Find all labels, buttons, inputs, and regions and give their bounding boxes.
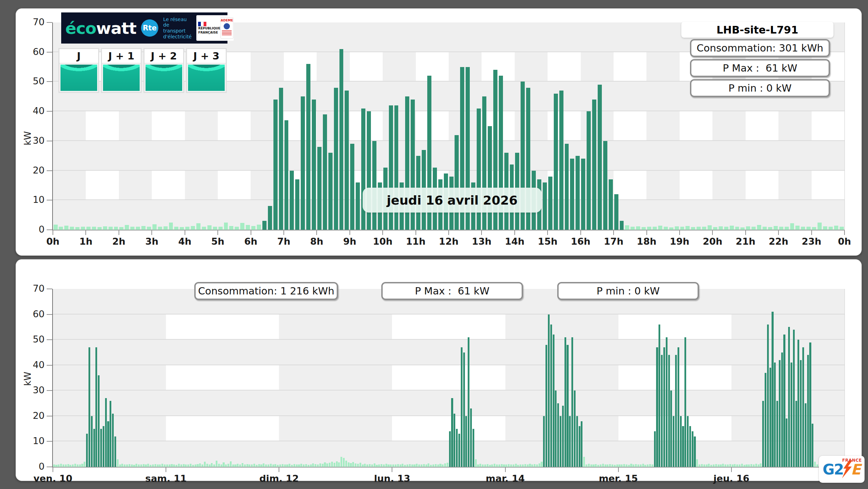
chart-bar xyxy=(800,360,802,467)
chart-bar xyxy=(374,463,375,467)
chart-bar xyxy=(534,464,535,467)
chart-bar xyxy=(757,225,761,230)
x-axis-tick xyxy=(731,468,732,472)
chart-bar xyxy=(631,227,635,230)
chart-bar xyxy=(356,182,360,230)
chart-bar xyxy=(571,337,573,467)
x-axis-label: ven. 10 xyxy=(25,473,81,484)
chart-bar xyxy=(334,88,338,230)
weekly-chart-plot[interactable]: 010203040506070ven. 10sam. 11dim. 12lun.… xyxy=(52,289,845,468)
chart-bar xyxy=(338,462,340,467)
chart-bar xyxy=(218,227,223,230)
chart-bar xyxy=(317,147,321,230)
x-axis-tick xyxy=(85,231,86,235)
chart-bar xyxy=(67,464,69,467)
forecast-tile-j2[interactable]: J + 2 xyxy=(143,48,184,93)
chart-bar xyxy=(781,352,783,467)
chart-bar xyxy=(77,464,78,467)
g2e-g2-text: G2 xyxy=(823,461,843,478)
chart-bar xyxy=(823,226,827,230)
chart-bar xyxy=(564,337,566,467)
chart-bar xyxy=(713,464,715,467)
chart-bar xyxy=(235,227,239,230)
chart-bar xyxy=(293,464,295,467)
chart-bar xyxy=(541,462,542,467)
chart-bar xyxy=(430,465,432,467)
y-axis-tick xyxy=(47,141,52,141)
republique-label: RÉPUBLIQUE xyxy=(198,27,220,30)
chart-bar xyxy=(515,464,517,467)
x-axis-tick xyxy=(580,231,581,235)
chart-bar xyxy=(230,461,232,467)
chart-bar xyxy=(750,464,752,467)
chart-bar xyxy=(416,464,418,467)
chart-bar xyxy=(727,464,729,467)
forecast-tile-j3[interactable]: J + 3 xyxy=(186,48,227,93)
chart-bar xyxy=(456,429,458,467)
x-axis-tick xyxy=(316,231,317,235)
chart-bar xyxy=(164,226,168,230)
chart-bar xyxy=(369,464,371,467)
chart-bar xyxy=(282,464,283,467)
chart-bar xyxy=(545,345,547,467)
chart-bar xyxy=(432,464,434,467)
chart-bar xyxy=(840,227,844,230)
chart-bar xyxy=(802,347,804,467)
chart-bar xyxy=(352,462,354,467)
chart-bar xyxy=(55,465,57,467)
chart-bar xyxy=(234,464,236,467)
x-axis-tick xyxy=(514,231,515,235)
chart-bar xyxy=(812,227,816,230)
chart-bar xyxy=(805,403,806,467)
x-axis-tick xyxy=(613,231,614,235)
chart-bar xyxy=(155,464,156,467)
chart-bar xyxy=(465,416,467,467)
chart-bar xyxy=(616,464,618,467)
chart-bar xyxy=(494,464,495,467)
chart-bar xyxy=(692,431,693,467)
chart-bar xyxy=(64,226,68,230)
chart-bar xyxy=(675,355,677,467)
chart-bar xyxy=(755,464,757,467)
chart-bar xyxy=(350,463,352,467)
chart-bar xyxy=(587,111,591,230)
chart-bar xyxy=(550,325,552,467)
forecast-tile-j1[interactable]: J + 1 xyxy=(101,48,142,93)
chart-bar xyxy=(103,226,107,230)
chart-bar xyxy=(592,100,596,230)
chart-bar xyxy=(361,109,365,230)
chart-bar xyxy=(746,464,747,467)
chart-bar xyxy=(385,464,387,467)
chart-bar xyxy=(620,221,624,230)
chart-bar xyxy=(174,227,178,230)
x-axis-tick xyxy=(283,231,284,235)
chart-bar xyxy=(392,464,394,467)
chart-bar xyxy=(268,464,269,467)
chart-bar xyxy=(682,426,684,467)
chart-bar xyxy=(388,464,389,467)
forecast-tile-j[interactable]: J xyxy=(58,48,99,93)
chart-bar xyxy=(513,464,514,467)
chart-bar xyxy=(774,363,776,467)
chart-bar xyxy=(829,227,833,230)
chart-bar xyxy=(684,337,686,467)
chart-bar xyxy=(748,464,750,467)
chart-bar xyxy=(426,464,427,467)
x-axis-tick xyxy=(448,231,449,235)
chart-bar xyxy=(435,464,437,467)
chart-bar xyxy=(479,464,481,467)
x-axis-tick xyxy=(844,231,845,235)
chart-bar xyxy=(713,227,717,230)
y-axis-tick xyxy=(47,416,52,416)
chart-bar xyxy=(53,464,55,467)
chart-bar xyxy=(715,464,717,467)
chart-bar xyxy=(218,464,220,467)
chart-bar xyxy=(447,463,448,467)
chart-bar xyxy=(554,94,558,230)
chart-bar xyxy=(720,464,721,467)
chart-bar xyxy=(814,462,816,467)
chart-bar xyxy=(239,464,241,467)
chart-bar xyxy=(141,226,146,230)
chart-bar xyxy=(691,227,695,230)
chart-bar xyxy=(630,464,632,467)
